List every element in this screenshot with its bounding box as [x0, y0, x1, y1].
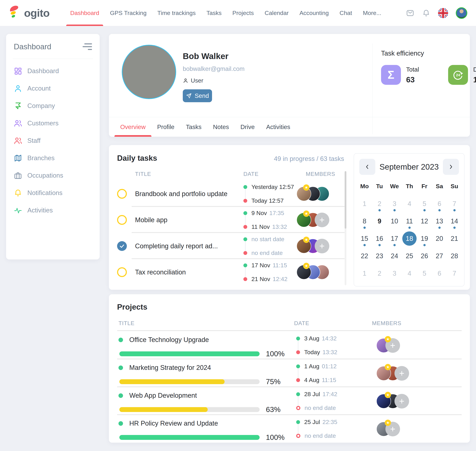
project-progress-percent: 75%: [266, 377, 280, 386]
nav-item-dashboard[interactable]: Dashboard: [65, 0, 105, 26]
start-date-dot: [296, 364, 300, 368]
project-status-dot: [119, 365, 123, 370]
add-member-button[interactable]: +: [315, 213, 329, 227]
calendar-day-14[interactable]: 14: [447, 213, 462, 230]
calendar-day-18[interactable]: 18: [402, 230, 417, 247]
sidebar-item-activities[interactable]: Activities: [14, 202, 92, 219]
calendar-day-1-other[interactable]: 1: [357, 195, 372, 213]
sidebar-item-branches[interactable]: Branches: [14, 149, 92, 167]
calendar-day-3-other[interactable]: 3: [387, 265, 402, 282]
column-header-title: TITLE: [132, 171, 240, 177]
nav-item-more[interactable]: More...: [357, 0, 387, 26]
calendar-day-26[interactable]: 26: [417, 247, 432, 265]
owner-star-badge: ★: [303, 237, 309, 243]
calendar-day-9[interactable]: 9: [372, 213, 387, 230]
calendar-day-12[interactable]: 12: [417, 213, 432, 230]
calendar-day-21[interactable]: 21: [447, 230, 462, 247]
calendar-day-25[interactable]: 25: [402, 247, 417, 265]
tab-overview[interactable]: Overview: [114, 117, 151, 137]
tab-activities[interactable]: Activities: [260, 117, 296, 137]
task-checkbox[interactable]: [117, 267, 127, 277]
sidebar-item-label: Occupations: [27, 172, 63, 179]
tasks-scrollbar[interactable]: [345, 171, 346, 285]
calendar-prev-button[interactable]: [359, 159, 375, 175]
nav-item-tasks[interactable]: Tasks: [201, 0, 227, 26]
calendar-day-4-other[interactable]: 4: [402, 195, 417, 213]
task-checkbox[interactable]: [117, 215, 127, 225]
calendar-day-16[interactable]: 16: [372, 230, 387, 247]
project-status-dot: [119, 393, 123, 398]
calendar-day-22[interactable]: 22: [357, 247, 372, 265]
task-title: Tax reconciliation: [132, 269, 240, 276]
logo-flame-icon: [9, 5, 22, 21]
tab-drive[interactable]: Drive: [235, 117, 260, 137]
mail-icon[interactable]: [406, 9, 414, 17]
calendar-day-19[interactable]: 19: [417, 230, 432, 247]
tab-profile[interactable]: Profile: [151, 117, 180, 137]
sidebar-item-company[interactable]: Company: [14, 97, 92, 115]
nav-item-gps-tracking[interactable]: GPS Tracking: [105, 0, 152, 26]
task-checkbox[interactable]: [117, 241, 127, 251]
calendar-day-20[interactable]: 20: [432, 230, 447, 247]
bell-icon[interactable]: [422, 9, 430, 17]
start-date-dot: [296, 337, 300, 340]
calendar-day-7-other[interactable]: 7: [447, 195, 462, 213]
sidebar-item-occupations[interactable]: Occupations: [14, 167, 92, 184]
daily-24-icon: 24: [448, 65, 468, 85]
tab-tasks[interactable]: Tasks: [180, 117, 207, 137]
task-checkbox[interactable]: [117, 189, 127, 199]
nav-item-accounting[interactable]: Accounting: [294, 0, 334, 26]
calendar-day-23[interactable]: 23: [372, 247, 387, 265]
calendar-day-6-other[interactable]: 6: [432, 265, 447, 282]
nav-item-calendar[interactable]: Calendar: [259, 0, 294, 26]
project-title: Marketing Strategy for 2024: [129, 364, 211, 371]
calendar-day-17[interactable]: 17: [387, 230, 402, 247]
nav-item-time-trackings[interactable]: Time trackings: [152, 0, 201, 26]
calendar-day-5-other[interactable]: 5: [417, 265, 432, 282]
calendar-next-button[interactable]: [443, 159, 459, 175]
calendar-day-11[interactable]: 11: [402, 213, 417, 230]
calendar-day-10[interactable]: 10: [387, 213, 402, 230]
calendar-event-dot: [438, 209, 441, 211]
project-progress-bar: [119, 379, 260, 384]
sidebar-item-account[interactable]: Account: [14, 80, 92, 97]
calendar-day-4-other[interactable]: 4: [402, 265, 417, 282]
calendar-day-28[interactable]: 28: [447, 247, 462, 265]
calendar-day-7-other[interactable]: 7: [447, 265, 462, 282]
calendar-day-27[interactable]: 27: [432, 247, 447, 265]
nav-item-chat[interactable]: Chat: [334, 0, 357, 26]
app-logo[interactable]: ogito: [9, 5, 59, 21]
nav-item-projects[interactable]: Projects: [227, 0, 259, 26]
add-member-button[interactable]: +: [394, 366, 409, 381]
sidebar-item-staff[interactable]: Staff: [14, 132, 92, 149]
tab-notes[interactable]: Notes: [207, 117, 235, 137]
sidebar-collapse-icon[interactable]: [83, 42, 92, 51]
sidebar-item-dashboard[interactable]: Dashboard: [14, 62, 92, 80]
calendar-day-13[interactable]: 13: [432, 213, 447, 230]
add-member-button[interactable]: +: [394, 394, 409, 408]
calendar-day-5-other[interactable]: 5: [417, 195, 432, 213]
tasks-scrollbar-thumb[interactable]: [345, 171, 346, 229]
calendar-grid: 1 2 3 4 5 6 7 8 9 10 11 12 13 14 15: [357, 195, 462, 282]
calendar-day-2-other[interactable]: 2: [372, 195, 387, 213]
weekday-label: Mo: [357, 183, 372, 190]
add-member-button[interactable]: +: [315, 239, 329, 253]
sidebar-item-notifications[interactable]: Notifications: [14, 184, 92, 202]
projects-headers: TITLE DATE MEMBERS: [117, 320, 462, 326]
calendar-day-1-other[interactable]: 1: [357, 265, 372, 282]
calendar-event-dot: [378, 244, 381, 246]
calendar-day-8[interactable]: 8: [357, 213, 372, 230]
calendar-day-3-other[interactable]: 3: [387, 195, 402, 213]
calendar-day-2-other[interactable]: 2: [372, 265, 387, 282]
sidebar-item-label: Company: [27, 102, 55, 110]
daily-tasks-card: Daily tasks 49 in progress / 63 tasks TI…: [109, 145, 470, 290]
people-icon: [14, 119, 22, 127]
sidebar-item-customers[interactable]: Customers: [14, 115, 92, 132]
user-avatar[interactable]: [456, 7, 467, 19]
calendar-day-15[interactable]: 15: [357, 230, 372, 247]
send-button[interactable]: Send: [183, 89, 212, 102]
profile-name: Bob Walker: [183, 51, 228, 61]
calendar-day-24[interactable]: 24: [387, 247, 402, 265]
calendar-day-6-other[interactable]: 6: [432, 195, 447, 213]
language-flag-uk-icon[interactable]: [438, 8, 448, 18]
